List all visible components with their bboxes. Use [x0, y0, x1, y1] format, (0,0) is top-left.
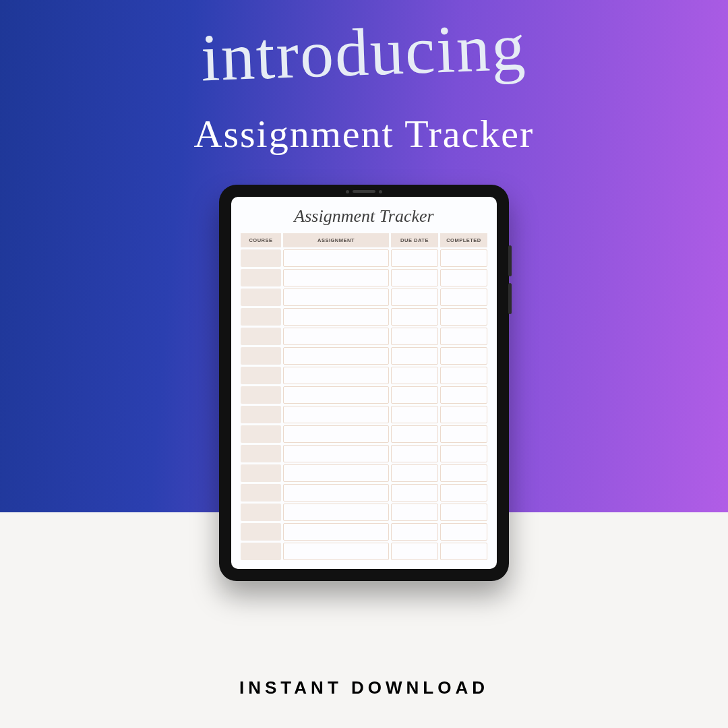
table-row-course-cell [241, 269, 281, 286]
table-row-due-date-cell [391, 289, 438, 306]
table-row-completed-cell [440, 289, 487, 306]
table-row-completed-cell [440, 445, 487, 462]
page-content: introducing Assignment Tracker Assignmen… [0, 0, 728, 728]
table-row-due-date-cell [391, 445, 438, 462]
hero-script-label: introducing [200, 8, 528, 97]
table-row-due-date-cell [391, 464, 438, 482]
table-row-due-date-cell [391, 308, 438, 326]
table-row-assignment-cell [283, 445, 389, 462]
tablet-camera-notch [340, 189, 388, 194]
tablet-mockup: Assignment Tracker COURSE ASSIGNMENT DUE… [219, 185, 509, 581]
table-row-assignment-cell [283, 367, 389, 384]
table-row-completed-cell [440, 269, 487, 286]
table-row-course-cell [241, 484, 281, 502]
table-row-completed-cell [440, 328, 487, 345]
table-row-assignment-cell [283, 386, 389, 404]
table-row-due-date-cell [391, 523, 438, 541]
table-row-completed-cell [440, 347, 487, 365]
table-row-assignment-cell [283, 464, 389, 482]
table-row-completed-cell [440, 504, 487, 521]
table-row-course-cell [241, 406, 281, 423]
table-row-course-cell [241, 425, 281, 443]
column-header-course: COURSE [241, 233, 281, 247]
speaker-slot-icon [353, 190, 375, 193]
table-row-course-cell [241, 523, 281, 541]
table-row-course-cell [241, 445, 281, 462]
column-header-assignment: ASSIGNMENT [283, 233, 389, 247]
table-row-completed-cell [440, 464, 487, 482]
table-row-assignment-cell [283, 523, 389, 541]
sensor-dot-icon [379, 190, 382, 193]
hero-title: Assignment Tracker [194, 111, 535, 156]
table-row-completed-cell [440, 308, 487, 326]
table-row-course-cell [241, 249, 281, 267]
table-row-assignment-cell [283, 543, 389, 560]
tablet-volume-down-button-icon [508, 283, 512, 314]
table-row-due-date-cell [391, 504, 438, 521]
table-row-course-cell [241, 367, 281, 384]
table-row-due-date-cell [391, 543, 438, 560]
tablet-screen: Assignment Tracker COURSE ASSIGNMENT DUE… [231, 197, 497, 569]
table-row-completed-cell [440, 249, 487, 267]
table-row-course-cell [241, 543, 281, 560]
table-row-course-cell [241, 347, 281, 365]
column-header-completed: COMPLETED [440, 233, 487, 247]
tablet-volume-up-button-icon [508, 245, 512, 276]
table-row-completed-cell [440, 543, 487, 560]
table-row-completed-cell [440, 425, 487, 443]
table-row-due-date-cell [391, 328, 438, 345]
table-row-due-date-cell [391, 425, 438, 443]
tracker-table: COURSE ASSIGNMENT DUE DATE COMPLETED [241, 233, 487, 560]
column-header-due-date: DUE DATE [391, 233, 438, 247]
table-row-course-cell [241, 504, 281, 521]
table-row-assignment-cell [283, 484, 389, 502]
table-row-completed-cell [440, 406, 487, 423]
table-row-completed-cell [440, 523, 487, 541]
table-row-course-cell [241, 464, 281, 482]
table-row-completed-cell [440, 484, 487, 502]
camera-dot-icon [346, 190, 349, 193]
table-row-assignment-cell [283, 504, 389, 521]
table-row-course-cell [241, 308, 281, 326]
tracker-title: Assignment Tracker [241, 206, 487, 226]
table-row-assignment-cell [283, 269, 389, 286]
table-row-completed-cell [440, 367, 487, 384]
table-row-due-date-cell [391, 406, 438, 423]
table-row-course-cell [241, 328, 281, 345]
table-row-assignment-cell [283, 406, 389, 423]
table-row-course-cell [241, 289, 281, 306]
footer-cta: INSTANT DOWNLOAD [0, 677, 728, 698]
table-row-assignment-cell [283, 425, 389, 443]
table-row-due-date-cell [391, 386, 438, 404]
table-row-assignment-cell [283, 289, 389, 306]
table-row-due-date-cell [391, 367, 438, 384]
table-row-assignment-cell [283, 347, 389, 365]
table-row-course-cell [241, 386, 281, 404]
table-row-due-date-cell [391, 249, 438, 267]
table-row-due-date-cell [391, 269, 438, 286]
table-row-assignment-cell [283, 328, 389, 345]
table-row-completed-cell [440, 386, 487, 404]
table-row-due-date-cell [391, 347, 438, 365]
table-row-assignment-cell [283, 249, 389, 267]
table-row-due-date-cell [391, 484, 438, 502]
table-row-assignment-cell [283, 308, 389, 326]
